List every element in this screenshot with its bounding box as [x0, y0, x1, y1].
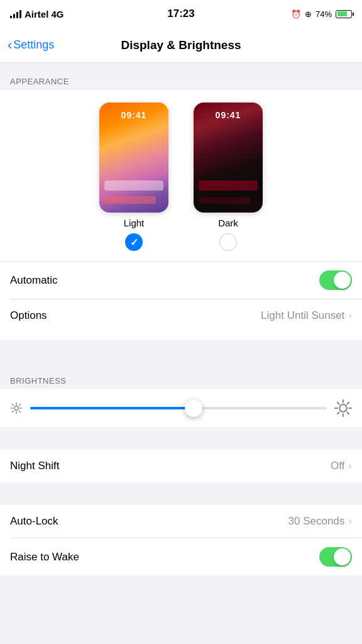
- automatic-label: Automatic: [10, 274, 58, 287]
- toggle-thumb: [334, 272, 351, 289]
- options-right: Light Until Sunset ›: [261, 309, 352, 322]
- carrier-label: Airtel 4G: [25, 9, 64, 19]
- appearance-card: 09:41 Light 09:41 Dark A: [0, 90, 362, 340]
- sun-small-icon: [10, 402, 23, 414]
- svg-line-4: [19, 411, 21, 413]
- svg-point-9: [339, 404, 347, 412]
- nav-bar: ‹ Settings Display & Brightness: [0, 28, 362, 63]
- dark-time: 09:41: [194, 110, 263, 120]
- brightness-section-header: BRIGHTNESS: [0, 362, 362, 389]
- svg-line-16: [337, 413, 339, 414]
- battery-percent: 74%: [315, 9, 332, 19]
- back-label: Settings: [13, 38, 54, 52]
- brightness-row: [10, 399, 352, 417]
- brightness-fill: [30, 407, 194, 409]
- dark-mode-label: Dark: [218, 218, 238, 228]
- raise-to-wake-label: Raise to Wake: [10, 551, 79, 564]
- auto-lock-value: 30 Seconds: [288, 515, 345, 528]
- gap-brightness: [0, 340, 362, 362]
- battery-container: [336, 10, 352, 18]
- auto-lock-row[interactable]: Auto-Lock 30 Seconds ›: [0, 505, 362, 538]
- appearance-options: 09:41 Light 09:41 Dark: [0, 103, 362, 251]
- dark-mode-option[interactable]: 09:41 Dark: [194, 103, 263, 251]
- svg-line-3: [13, 404, 14, 406]
- status-time: 17:23: [167, 8, 194, 20]
- status-left: Airtel 4G: [10, 9, 64, 19]
- light-mode-preview: 09:41: [99, 103, 168, 213]
- auto-lock-right: 30 Seconds ›: [288, 515, 352, 528]
- dark-mode-radio[interactable]: [219, 233, 237, 251]
- night-shift-row[interactable]: Night Shift Off ›: [0, 450, 362, 482]
- auto-lock-card: Auto-Lock 30 Seconds › Raise to Wake: [0, 505, 362, 575]
- options-label: Options: [10, 309, 47, 322]
- status-bar: Airtel 4G 17:23 ⏰ ⊕ 74%: [0, 0, 362, 28]
- battery-fill: [337, 11, 348, 16]
- dark-mode-preview: 09:41: [194, 103, 263, 213]
- night-shift-value: Off: [331, 460, 344, 472]
- light-time: 09:41: [99, 110, 168, 120]
- location-icon: ⊕: [305, 9, 312, 19]
- gap-nightshift: [0, 427, 362, 450]
- raise-to-wake-row[interactable]: Raise to Wake: [0, 538, 362, 575]
- status-right: ⏰ ⊕ 74%: [291, 9, 352, 19]
- automatic-row[interactable]: Automatic: [0, 262, 362, 299]
- options-chevron-icon: ›: [348, 309, 352, 322]
- svg-point-0: [14, 406, 19, 411]
- automatic-toggle[interactable]: [319, 270, 352, 290]
- svg-line-13: [348, 413, 349, 414]
- svg-line-17: [348, 402, 349, 404]
- svg-line-7: [13, 411, 14, 413]
- options-value: Light Until Sunset: [261, 309, 344, 322]
- raise-toggle-thumb: [334, 548, 351, 565]
- light-mode-option[interactable]: 09:41 Light: [99, 103, 168, 251]
- brightness-thumb[interactable]: [185, 399, 202, 417]
- night-shift-label: Night Shift: [10, 460, 59, 472]
- chevron-left-icon: ‹: [8, 38, 12, 52]
- brightness-slider[interactable]: [30, 407, 327, 409]
- svg-line-12: [337, 402, 339, 404]
- alarm-icon: ⏰: [291, 9, 301, 19]
- sun-large-icon: [334, 399, 352, 417]
- gap-autolock: [0, 482, 362, 505]
- signal-bars: [10, 9, 21, 18]
- night-shift-right: Off ›: [331, 460, 352, 472]
- auto-lock-label: Auto-Lock: [10, 515, 58, 528]
- appearance-section-header: APPEARANCE: [0, 63, 362, 90]
- light-mode-radio[interactable]: [125, 233, 143, 251]
- raise-to-wake-toggle[interactable]: [319, 547, 352, 567]
- auto-lock-chevron-icon: ›: [348, 515, 352, 528]
- back-button[interactable]: ‹ Settings: [8, 38, 54, 52]
- night-shift-chevron-icon: ›: [348, 460, 352, 472]
- dark-bars: [194, 175, 263, 213]
- options-row[interactable]: Options Light Until Sunset ›: [0, 299, 362, 332]
- battery-icon: [336, 10, 352, 18]
- light-mode-label: Light: [124, 218, 145, 228]
- light-bars: [99, 175, 168, 213]
- brightness-card: [0, 389, 362, 427]
- page-title: Display & Brightness: [121, 38, 241, 52]
- night-shift-card: Night Shift Off ›: [0, 450, 362, 482]
- svg-line-8: [19, 404, 21, 406]
